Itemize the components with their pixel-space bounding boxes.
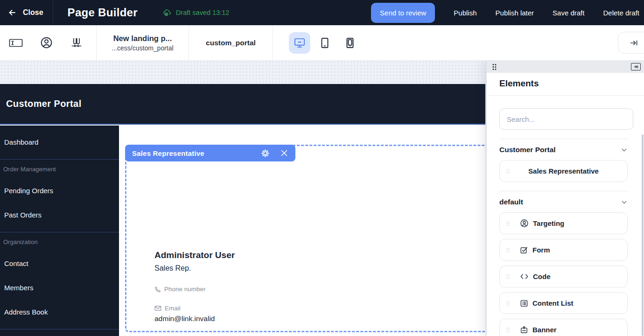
- draft-status: Draft saved 13:12: [163, 8, 229, 17]
- panel-groups: Customer PortalSales Representativedefau…: [499, 139, 628, 336]
- panel-drag-strip[interactable]: [487, 61, 644, 73]
- panel-divider: [499, 191, 628, 191]
- text-field-tool-button[interactable]: [9, 38, 23, 48]
- code-icon: [520, 273, 529, 280]
- avatar-icon: [40, 36, 53, 49]
- collapse-right-icon: [633, 64, 639, 69]
- site-content: Sales Representative Administrator User …: [119, 126, 485, 336]
- page-selector[interactable]: New landing p... ...cess/custom_portal: [97, 34, 189, 52]
- publish-button[interactable]: Publish: [454, 9, 476, 17]
- delete-draft-button[interactable]: Delete draft: [603, 9, 639, 17]
- element-remove-button[interactable]: [280, 149, 288, 157]
- cloud-check-icon: [163, 8, 172, 17]
- site-title: Customer Portal: [0, 98, 82, 109]
- mobile-icon: [344, 37, 356, 49]
- tablet-icon: [319, 37, 331, 49]
- panel-title: Elements: [487, 73, 644, 96]
- collapse-right-icon: [630, 39, 639, 47]
- rep-phone-row: Phone number: [154, 286, 235, 293]
- desktop-icon: [294, 37, 306, 49]
- mobile-preview-button[interactable]: [339, 32, 361, 54]
- rep-phone-label: Phone number: [164, 286, 206, 293]
- rep-name: Administrator User: [154, 250, 235, 260]
- element-card-targeting[interactable]: Targeting: [499, 212, 628, 234]
- close-button[interactable]: Close: [0, 8, 43, 17]
- email-icon: [154, 305, 161, 311]
- page-name: New landing p...: [97, 34, 189, 43]
- selected-element-label[interactable]: Sales Representative: [125, 145, 295, 161]
- tablet-preview-button[interactable]: [314, 32, 336, 54]
- toolbar-divider: [273, 25, 273, 61]
- drag-handle-icon[interactable]: [506, 300, 510, 306]
- nav-item-members[interactable]: Members: [0, 275, 119, 300]
- publish-later-button[interactable]: Publish later: [496, 9, 534, 17]
- drag-handle-icon[interactable]: [506, 168, 510, 174]
- close-label: Close: [23, 8, 43, 17]
- element-card-label: Targeting: [533, 219, 564, 227]
- rep-role: Sales Rep.: [154, 264, 235, 273]
- element-card-label: Sales Representative: [528, 167, 599, 175]
- gear-icon: [261, 149, 270, 158]
- drag-handle-icon[interactable]: [506, 247, 510, 253]
- close-icon: [280, 149, 288, 157]
- nav-item-address-book[interactable]: Address Book: [0, 300, 119, 324]
- element-group-header-customer-portal[interactable]: Customer Portal: [499, 144, 628, 155]
- page-path: ...cess/custom_portal: [97, 44, 189, 52]
- draft-status-text: Draft saved 13:12: [176, 9, 229, 16]
- nav-section-organization: Organization: [0, 232, 119, 251]
- site-nav: DashboardOrder ManagementPending OrdersP…: [0, 126, 119, 336]
- targeting-icon: [520, 219, 529, 228]
- nav-section-order-management: Order Management: [0, 160, 119, 178]
- selected-element[interactable]: Sales Representative Administrator User …: [125, 145, 485, 332]
- element-card-content-list[interactable]: Content List: [499, 292, 628, 314]
- nav-item-pending-orders[interactable]: Pending Orders: [0, 178, 119, 203]
- sales-rep-card: Administrator User Sales Rep. Phone numb…: [154, 250, 235, 323]
- group-label: Customer Portal: [499, 146, 556, 154]
- nav-item-dashboard[interactable]: Dashboard: [0, 130, 119, 154]
- elements-panel: Elements Customer PortalSales Representa…: [487, 61, 644, 336]
- element-card-label: Form: [532, 246, 550, 254]
- nav-item-settings[interactable]: Settings: [0, 329, 119, 336]
- element-card-label: Content List: [532, 299, 574, 307]
- avatar-tool-button[interactable]: [40, 36, 53, 49]
- banner-icon: [520, 326, 528, 334]
- save-draft-button[interactable]: Save draft: [553, 9, 584, 17]
- collapse-panel-button[interactable]: [618, 32, 644, 54]
- search-input[interactable]: [499, 108, 633, 130]
- drag-handle-icon[interactable]: [506, 273, 510, 280]
- sliders-icon: [70, 37, 82, 49]
- topbar-actions: Send to review Publish Publish later Sav…: [371, 3, 644, 23]
- element-card-sales-representative[interactable]: Sales Representative: [499, 160, 628, 182]
- panel-divider: [499, 139, 628, 139]
- element-card-label: Banner: [532, 326, 557, 334]
- phone-icon: [154, 286, 161, 293]
- send-to-review-button[interactable]: Send to review: [371, 3, 435, 23]
- nav-item-past-orders[interactable]: Past Orders: [0, 203, 119, 227]
- tab-custom-portal[interactable]: custom_portal: [189, 39, 273, 47]
- topbar-divider: [53, 0, 53, 25]
- chevron-down-icon: [621, 147, 628, 154]
- panel-scrollbar[interactable]: [642, 134, 644, 336]
- element-group-header-default[interactable]: default: [499, 196, 628, 208]
- topbar: Close Page Builder Draft saved 13:12 Sen…: [0, 0, 644, 25]
- back-arrow-icon: [8, 8, 16, 17]
- rep-email-row: Email: [154, 305, 235, 312]
- drag-handle-icon[interactable]: [506, 220, 510, 226]
- element-card-form[interactable]: Form: [499, 239, 628, 261]
- form-icon: [520, 246, 528, 254]
- element-card-code[interactable]: Code: [499, 266, 628, 287]
- element-label-text: Sales Representative: [132, 149, 251, 157]
- rep-email-label: Email: [165, 305, 181, 312]
- element-card-banner[interactable]: Banner: [499, 319, 628, 336]
- drag-handle-icon[interactable]: [506, 327, 510, 333]
- desktop-preview-button[interactable]: [289, 32, 310, 54]
- chevron-down-icon: [621, 199, 628, 206]
- nav-item-contact[interactable]: Contact: [0, 251, 119, 275]
- toolbar-icon-group: [0, 36, 96, 49]
- element-card-label: Code: [533, 273, 551, 280]
- app-title: Page Builder: [68, 6, 138, 19]
- element-settings-button[interactable]: [261, 149, 270, 158]
- sliders-tool-button[interactable]: [70, 37, 82, 49]
- drag-handle-icon[interactable]: [492, 63, 497, 70]
- panel-collapse-button[interactable]: [631, 63, 641, 70]
